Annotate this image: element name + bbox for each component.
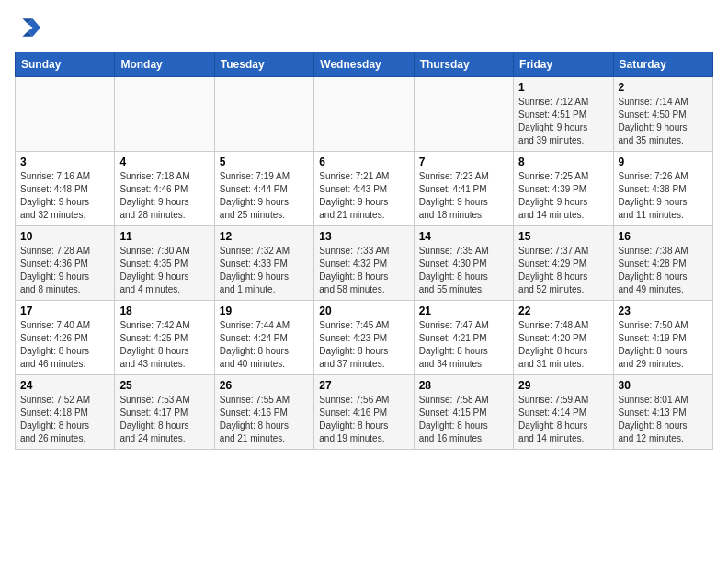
day-number: 13 xyxy=(319,230,408,243)
day-info: Sunrise: 7:23 AM Sunset: 4:41 PM Dayligh… xyxy=(419,170,508,222)
weekday-header-saturday: Saturday xyxy=(613,52,712,77)
day-cell-30: 30Sunrise: 8:01 AM Sunset: 4:13 PM Dayli… xyxy=(613,375,712,450)
day-number: 18 xyxy=(119,304,209,317)
day-info: Sunrise: 7:48 AM Sunset: 4:20 PM Dayligh… xyxy=(518,319,608,371)
day-info: Sunrise: 7:18 AM Sunset: 4:46 PM Dayligh… xyxy=(119,170,209,222)
day-cell-10: 10Sunrise: 7:28 AM Sunset: 4:36 PM Dayli… xyxy=(16,226,115,301)
calendar-table: SundayMondayTuesdayWednesdayThursdayFrid… xyxy=(15,52,713,450)
day-number: 22 xyxy=(518,304,608,317)
day-cell-2: 2Sunrise: 7:14 AM Sunset: 4:50 PM Daylig… xyxy=(613,77,712,152)
day-cell-22: 22Sunrise: 7:48 AM Sunset: 4:20 PM Dayli… xyxy=(514,301,613,375)
weekday-header-monday: Monday xyxy=(115,52,214,77)
day-info: Sunrise: 7:16 AM Sunset: 4:48 PM Dayligh… xyxy=(20,170,109,222)
calendar-header: SundayMondayTuesdayWednesdayThursdayFrid… xyxy=(16,52,713,77)
day-cell-14: 14Sunrise: 7:35 AM Sunset: 4:30 PM Dayli… xyxy=(414,226,513,301)
day-cell-26: 26Sunrise: 7:55 AM Sunset: 4:16 PM Dayli… xyxy=(214,375,313,450)
empty-cell xyxy=(115,77,214,152)
empty-cell xyxy=(314,77,414,152)
day-number: 3 xyxy=(20,155,109,168)
day-number: 2 xyxy=(619,81,708,94)
day-info: Sunrise: 7:25 AM Sunset: 4:39 PM Dayligh… xyxy=(518,170,608,222)
day-cell-1: 1Sunrise: 7:12 AM Sunset: 4:51 PM Daylig… xyxy=(514,77,613,152)
day-cell-11: 11Sunrise: 7:30 AM Sunset: 4:35 PM Dayli… xyxy=(115,226,214,301)
calendar-week-4: 17Sunrise: 7:40 AM Sunset: 4:26 PM Dayli… xyxy=(16,301,713,375)
day-cell-8: 8Sunrise: 7:25 AM Sunset: 4:39 PM Daylig… xyxy=(514,152,613,226)
day-number: 25 xyxy=(119,379,209,392)
day-info: Sunrise: 7:56 AM Sunset: 4:16 PM Dayligh… xyxy=(319,394,408,445)
logo xyxy=(15,15,44,40)
day-info: Sunrise: 7:42 AM Sunset: 4:25 PM Dayligh… xyxy=(119,319,209,371)
day-number: 27 xyxy=(319,379,408,392)
day-number: 20 xyxy=(319,304,408,317)
day-cell-3: 3Sunrise: 7:16 AM Sunset: 4:48 PM Daylig… xyxy=(16,152,115,226)
day-info: Sunrise: 7:47 AM Sunset: 4:21 PM Dayligh… xyxy=(419,319,508,371)
day-info: Sunrise: 7:19 AM Sunset: 4:44 PM Dayligh… xyxy=(220,170,309,222)
day-cell-18: 18Sunrise: 7:42 AM Sunset: 4:25 PM Dayli… xyxy=(115,301,214,375)
day-info: Sunrise: 7:38 AM Sunset: 4:28 PM Dayligh… xyxy=(619,245,708,296)
day-cell-9: 9Sunrise: 7:26 AM Sunset: 4:38 PM Daylig… xyxy=(613,152,712,226)
day-number: 14 xyxy=(419,230,508,243)
day-number: 11 xyxy=(119,230,209,243)
calendar-week-3: 10Sunrise: 7:28 AM Sunset: 4:36 PM Dayli… xyxy=(16,226,713,301)
day-cell-24: 24Sunrise: 7:52 AM Sunset: 4:18 PM Dayli… xyxy=(16,375,115,450)
day-number: 15 xyxy=(518,230,608,243)
day-info: Sunrise: 7:33 AM Sunset: 4:32 PM Dayligh… xyxy=(319,245,408,296)
day-number: 24 xyxy=(20,379,109,392)
day-cell-28: 28Sunrise: 7:58 AM Sunset: 4:15 PM Dayli… xyxy=(414,375,513,450)
day-number: 8 xyxy=(518,155,608,168)
day-number: 6 xyxy=(319,155,408,168)
day-cell-20: 20Sunrise: 7:45 AM Sunset: 4:23 PM Dayli… xyxy=(314,301,414,375)
weekday-header-thursday: Thursday xyxy=(414,52,513,77)
day-number: 29 xyxy=(518,379,608,392)
day-info: Sunrise: 7:50 AM Sunset: 4:19 PM Dayligh… xyxy=(619,319,708,371)
weekday-header-wednesday: Wednesday xyxy=(314,52,414,77)
day-cell-4: 4Sunrise: 7:18 AM Sunset: 4:46 PM Daylig… xyxy=(115,152,214,226)
day-cell-12: 12Sunrise: 7:32 AM Sunset: 4:33 PM Dayli… xyxy=(214,226,313,301)
empty-cell xyxy=(414,77,513,152)
day-info: Sunrise: 7:59 AM Sunset: 4:14 PM Dayligh… xyxy=(518,394,608,445)
weekday-row: SundayMondayTuesdayWednesdayThursdayFrid… xyxy=(16,52,713,77)
day-info: Sunrise: 7:28 AM Sunset: 4:36 PM Dayligh… xyxy=(20,245,109,296)
day-number: 28 xyxy=(419,379,508,392)
day-cell-21: 21Sunrise: 7:47 AM Sunset: 4:21 PM Dayli… xyxy=(414,301,513,375)
calendar-week-5: 24Sunrise: 7:52 AM Sunset: 4:18 PM Dayli… xyxy=(16,375,713,450)
day-cell-29: 29Sunrise: 7:59 AM Sunset: 4:14 PM Dayli… xyxy=(514,375,613,450)
day-info: Sunrise: 7:40 AM Sunset: 4:26 PM Dayligh… xyxy=(20,319,109,371)
calendar-week-1: 1Sunrise: 7:12 AM Sunset: 4:51 PM Daylig… xyxy=(16,77,713,152)
day-number: 30 xyxy=(619,379,708,392)
day-number: 17 xyxy=(20,304,109,317)
day-cell-13: 13Sunrise: 7:33 AM Sunset: 4:32 PM Dayli… xyxy=(314,226,414,301)
day-info: Sunrise: 7:35 AM Sunset: 4:30 PM Dayligh… xyxy=(419,245,508,296)
day-cell-17: 17Sunrise: 7:40 AM Sunset: 4:26 PM Dayli… xyxy=(16,301,115,375)
day-info: Sunrise: 7:45 AM Sunset: 4:23 PM Dayligh… xyxy=(319,319,408,371)
calendar-body: 1Sunrise: 7:12 AM Sunset: 4:51 PM Daylig… xyxy=(16,77,713,450)
day-cell-7: 7Sunrise: 7:23 AM Sunset: 4:41 PM Daylig… xyxy=(414,152,513,226)
day-cell-19: 19Sunrise: 7:44 AM Sunset: 4:24 PM Dayli… xyxy=(214,301,313,375)
day-number: 10 xyxy=(20,230,109,243)
day-number: 5 xyxy=(220,155,309,168)
empty-cell xyxy=(214,77,313,152)
day-number: 12 xyxy=(220,230,309,243)
weekday-header-sunday: Sunday xyxy=(16,52,115,77)
day-number: 4 xyxy=(119,155,209,168)
day-info: Sunrise: 8:01 AM Sunset: 4:13 PM Dayligh… xyxy=(619,394,708,445)
day-cell-15: 15Sunrise: 7:37 AM Sunset: 4:29 PM Dayli… xyxy=(514,226,613,301)
day-number: 19 xyxy=(220,304,309,317)
day-info: Sunrise: 7:58 AM Sunset: 4:15 PM Dayligh… xyxy=(419,394,508,445)
day-number: 21 xyxy=(419,304,508,317)
day-number: 26 xyxy=(220,379,309,392)
day-info: Sunrise: 7:37 AM Sunset: 4:29 PM Dayligh… xyxy=(518,245,608,296)
day-info: Sunrise: 7:14 AM Sunset: 4:50 PM Dayligh… xyxy=(619,96,708,147)
day-cell-23: 23Sunrise: 7:50 AM Sunset: 4:19 PM Dayli… xyxy=(613,301,712,375)
day-info: Sunrise: 7:52 AM Sunset: 4:18 PM Dayligh… xyxy=(20,394,109,445)
day-cell-16: 16Sunrise: 7:38 AM Sunset: 4:28 PM Dayli… xyxy=(613,226,712,301)
day-cell-27: 27Sunrise: 7:56 AM Sunset: 4:16 PM Dayli… xyxy=(314,375,414,450)
weekday-header-tuesday: Tuesday xyxy=(214,52,313,77)
page-header xyxy=(15,15,713,40)
day-cell-5: 5Sunrise: 7:19 AM Sunset: 4:44 PM Daylig… xyxy=(214,152,313,226)
day-number: 9 xyxy=(619,155,708,168)
weekday-header-friday: Friday xyxy=(514,52,613,77)
day-info: Sunrise: 7:12 AM Sunset: 4:51 PM Dayligh… xyxy=(518,96,608,147)
day-number: 23 xyxy=(619,304,708,317)
day-number: 7 xyxy=(419,155,508,168)
